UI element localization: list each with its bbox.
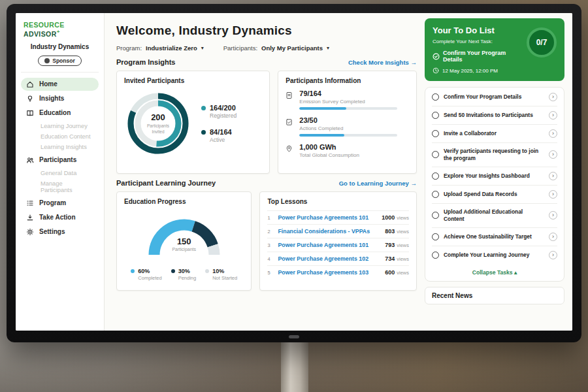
task-checkbox[interactable]	[432, 233, 439, 240]
people-icon	[26, 156, 35, 164]
task-row[interactable]: Achieve One Sustainability Target ›	[432, 228, 557, 246]
todo-due-time: 12 May 2025, 12:00 PM	[433, 67, 557, 74]
sidebar-item-program[interactable]: Program	[21, 197, 99, 210]
sidebar-item-education-content[interactable]: Education Content	[21, 131, 99, 142]
chevron-right-icon[interactable]: ›	[549, 190, 557, 199]
lesson-link[interactable]: Power Purchase Agreements 102	[278, 255, 380, 262]
lesson-link[interactable]: Power Purchase Agreements 101	[278, 214, 376, 221]
collapse-tasks-link[interactable]: Collapse Tasks ▴	[432, 264, 557, 281]
circle-check-icon	[433, 53, 440, 60]
lesson-rank: 4	[267, 256, 272, 262]
task-checkbox[interactable]	[432, 151, 439, 158]
sidebar-item-label: Education	[39, 109, 71, 116]
chevron-right-icon[interactable]: ›	[549, 150, 557, 159]
task-row[interactable]: Explore Your Insights Dashboard ›	[432, 167, 557, 186]
legend-dot	[205, 269, 209, 273]
sidebar-item-education[interactable]: Education	[21, 106, 99, 120]
active-label: Active	[210, 137, 232, 143]
learning-journey-section-header: Participant Learning Journey Go to Learn…	[116, 179, 417, 187]
chevron-right-icon[interactable]: ›	[549, 211, 557, 220]
participants-filter[interactable]: Participants: Only My Participants ▾	[223, 44, 329, 52]
dashboard-column: Welcome, Industry Dynamics Program: Indu…	[116, 18, 417, 331]
lesson-row: 4 Power Purchase Agreements 102 734views	[267, 252, 409, 265]
views-count: 600	[385, 269, 395, 276]
card-title: Top Lessons	[267, 198, 409, 205]
due-label: 12 May 2025, 12:00 PM	[442, 68, 498, 74]
legend-registered: 164/200 Registered	[201, 104, 237, 119]
task-row[interactable]: Confirm Your Program Details ›	[432, 88, 557, 106]
lesson-link[interactable]: Power Purchase Agreements 101	[278, 242, 380, 248]
task-checkbox[interactable]	[432, 172, 439, 180]
task-row[interactable]: Complete Your Learning Journey ›	[432, 246, 557, 264]
todo-list-card: Your To Do List Complete Your Next Task:…	[425, 18, 564, 81]
task-row[interactable]: Upload Spend Data Records ›	[432, 186, 557, 204]
stat-value: 79/164	[299, 90, 397, 97]
sidebar-item-learning-journey[interactable]: Learning Journey	[21, 121, 99, 131]
task-checkbox[interactable]	[432, 93, 439, 101]
sidebar-item-insights[interactable]: Insights	[21, 92, 99, 105]
sidebar-item-manage-participants[interactable]: Manage Participants	[21, 178, 99, 195]
lesson-rank: 5	[267, 270, 272, 276]
legend-value: 60%	[138, 268, 161, 274]
task-label: Send 50 Invitations to Participants	[444, 112, 544, 119]
task-label: Verify participants requesting to join t…	[444, 148, 544, 162]
task-row[interactable]: Upload Additional Educational Content ›	[432, 204, 557, 228]
program-filter[interactable]: Program: Industrialize Zero ▾	[116, 44, 204, 52]
stat-value: 1,000 GWh	[299, 143, 359, 151]
task-label: Achieve One Sustainability Target	[444, 233, 544, 240]
invited-participants-card: Invited Participants	[116, 71, 270, 174]
task-row[interactable]: Invite a Collaborator ›	[432, 125, 557, 143]
location-pin-icon	[286, 143, 294, 161]
recent-news-title: Recent News	[432, 292, 472, 299]
task-row[interactable]: Verify participants requesting to join t…	[432, 143, 557, 167]
sidebar-item-settings[interactable]: Settings	[21, 225, 99, 238]
task-checkbox[interactable]	[432, 112, 439, 119]
sidebar-item-take-action[interactable]: Take Action	[21, 211, 99, 224]
task-label: Explore Your Insights Dashboard	[444, 172, 544, 180]
sidebar-item-learning-insights[interactable]: Learning Insights	[21, 142, 99, 152]
stat-label: Total Global Consumption	[299, 152, 359, 158]
registered-label: Registered	[210, 112, 237, 119]
stat-emission-survey: 79/164 Emission Survey Completed	[286, 90, 409, 110]
participants-filter-label: Participants:	[223, 44, 257, 52]
task-checkbox[interactable]	[432, 191, 439, 198]
legend-dot	[201, 130, 206, 135]
views-count: 803	[385, 228, 395, 235]
sidebar-item-home[interactable]: Home	[21, 78, 99, 91]
sponsor-icon	[44, 58, 50, 63]
lesson-rank: 3	[267, 242, 272, 248]
arrow-right-icon: →	[411, 180, 417, 187]
sponsor-badge[interactable]: Sponsor	[38, 56, 81, 66]
monitor-bezel: RESOURCE ADVISOR+ Industry Dynamics Spon…	[7, 4, 581, 342]
task-row[interactable]: Send 50 Invitations to Participants ›	[432, 106, 557, 125]
sidebar-item-participants[interactable]: Participants	[21, 154, 99, 167]
task-checkbox[interactable]	[432, 212, 439, 219]
sidebar-item-label: Participants	[39, 156, 76, 163]
chevron-right-icon[interactable]: ›	[549, 172, 557, 180]
card-title: Participants Information	[286, 77, 409, 84]
education-progress-gauge-chart: 150 Participants	[142, 210, 227, 263]
chevron-right-icon[interactable]: ›	[549, 251, 557, 259]
go-to-learning-journey-link[interactable]: Go to Learning Journey →	[339, 180, 417, 187]
views-label: views	[397, 256, 409, 262]
chevron-right-icon[interactable]: ›	[549, 93, 557, 101]
chevron-right-icon[interactable]: ›	[549, 111, 557, 120]
stat-actions-completed: 23/50 Actions Completed	[286, 116, 409, 137]
lesson-link[interactable]: Financial Considerations - VPPAs	[278, 228, 380, 235]
sidebar-item-general-data[interactable]: General Data	[21, 168, 99, 178]
page-title: Welcome, Industry Dynamics	[116, 24, 417, 38]
views-count: 1000	[382, 214, 395, 221]
task-checkbox[interactable]	[432, 252, 439, 259]
sidebar-org-header: Industry Dynamics Sponsor	[21, 43, 99, 73]
link-label: Check More Insights	[348, 59, 409, 66]
action-arrow-icon	[26, 214, 35, 221]
check-more-insights-link[interactable]: Check More Insights →	[348, 59, 417, 66]
learning-journey-cards: Education Progress 150 Participants	[116, 191, 417, 291]
chevron-right-icon[interactable]: ›	[549, 233, 557, 241]
chevron-down-icon: ▾	[201, 45, 204, 51]
chevron-right-icon[interactable]: ›	[549, 129, 557, 138]
lesson-link[interactable]: Power Purchase Agreements 103	[278, 269, 380, 276]
task-checkbox[interactable]	[432, 130, 439, 137]
education-progress-card: Education Progress 150 Participants	[116, 191, 252, 291]
views-label: views	[397, 215, 409, 221]
